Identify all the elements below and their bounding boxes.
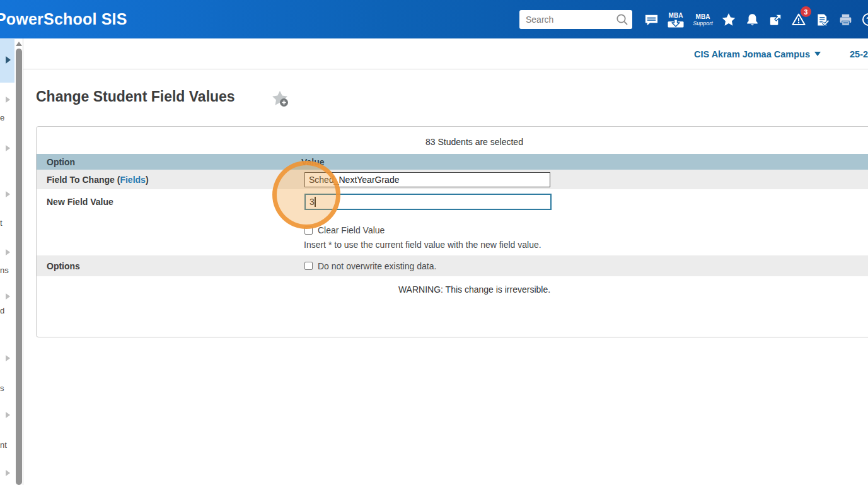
sidebar-chevron-icon[interactable] [6, 96, 10, 103]
sidebar-item-fragment[interactable]: ns [0, 266, 9, 275]
star-plus-icon [270, 89, 289, 108]
column-header-option: Option [37, 157, 301, 167]
sidebar-chevron-icon[interactable] [6, 412, 10, 418]
new-field-value-row: New Field Value Clear Field Value Insert… [37, 190, 868, 255]
context-bar: CIS Akram Jomaa Campus 25-26 [23, 38, 868, 69]
sidebar-active-item[interactable] [0, 39, 14, 83]
insert-helper-text: Insert * to use the current field value … [304, 240, 868, 250]
alert-count-badge: 3 [801, 6, 811, 17]
sidebar-item-fragment[interactable]: nt [0, 441, 7, 450]
options-row: Options Do not overwrite existing data. [37, 255, 868, 276]
chat-icon[interactable] [643, 6, 659, 33]
favorites-star-icon[interactable] [720, 6, 737, 33]
sidebar-chevron-icon[interactable] [6, 145, 10, 151]
mba-support-line2: Support [693, 20, 713, 26]
sidebar-scrollbar-thumb[interactable] [16, 49, 22, 485]
term-selector[interactable]: 25-26 [850, 38, 868, 69]
new-field-value-input[interactable] [304, 194, 552, 210]
add-to-favorites-button[interactable] [270, 89, 289, 108]
fields-link[interactable]: Fields [120, 175, 145, 185]
sidebar-scroll-up-icon[interactable] [16, 42, 22, 46]
new-field-value-label: New Field Value [37, 190, 301, 255]
report-check-icon[interactable] [814, 6, 830, 33]
warning-text: WARNING: This change is irreversible. [37, 284, 868, 295]
sidebar: e t ns d s nt [0, 38, 23, 485]
sidebar-chevron-icon[interactable] [6, 191, 10, 197]
school-selector-label: CIS Akram Jomaa Campus [694, 49, 810, 59]
text-caret [315, 197, 316, 207]
page-title: Change Student Field Values [36, 88, 235, 105]
sidebar-chevron-icon[interactable] [6, 355, 10, 361]
field-to-change-label: Field To Change (Fields) [37, 175, 301, 185]
field-to-change-input[interactable] [304, 172, 550, 187]
term-selector-label: 25-26 [850, 49, 868, 59]
sidebar-active-arrow-icon [6, 56, 11, 64]
options-table: Option Value Field To Change (Fields) Ne… [37, 154, 868, 276]
mba-support-icon[interactable]: MBA Support [692, 6, 714, 33]
app-logo[interactable]: PowerSchool SIS [0, 0, 127, 38]
search-icon[interactable] [615, 12, 630, 27]
students-selected-count: 83 Students are selected [37, 137, 868, 147]
toolbar-icons: MBA MBA Support [643, 6, 868, 33]
mba-icon-label: MBA [669, 12, 683, 19]
search-box[interactable] [519, 10, 632, 29]
sidebar-item-fragment[interactable]: t [0, 219, 3, 228]
mba-inbox-icon[interactable]: MBA [666, 6, 685, 33]
table-header-row: Option Value [37, 154, 868, 170]
alerts-warning-icon[interactable]: 3 [790, 6, 807, 33]
help-icon[interactable]: ? [860, 6, 868, 33]
do-not-overwrite-label: Do not overwrite existing data. [318, 261, 436, 271]
notifications-bell-icon[interactable] [744, 6, 760, 33]
options-label: Options [37, 261, 301, 271]
top-navigation-bar: PowerSchool SIS MBA MBA Support [0, 0, 868, 38]
clear-field-value-checkbox[interactable] [304, 226, 313, 235]
field-to-change-row: Field To Change (Fields) [37, 170, 868, 190]
sidebar-item-fragment[interactable]: e [0, 114, 4, 122]
column-header-value: Value [301, 157, 868, 167]
open-external-icon[interactable] [767, 6, 784, 33]
search-input[interactable] [519, 15, 615, 25]
change-field-values-panel: 83 Students are selected Option Value Fi… [36, 126, 868, 337]
sidebar-item-fragment[interactable]: d [0, 307, 4, 315]
sidebar-chevron-icon[interactable] [6, 470, 10, 476]
chevron-down-icon [814, 52, 821, 56]
school-selector[interactable]: CIS Akram Jomaa Campus [694, 38, 821, 69]
do-not-overwrite-checkbox[interactable] [304, 262, 313, 270]
clear-field-value-label: Clear Field Value [318, 225, 385, 235]
printer-icon[interactable] [837, 6, 854, 33]
sidebar-chevron-icon[interactable] [6, 293, 10, 300]
sidebar-chevron-icon[interactable] [6, 249, 10, 255]
sidebar-item-fragment[interactable]: s [0, 384, 4, 393]
mba-support-line1: MBA [696, 13, 710, 20]
